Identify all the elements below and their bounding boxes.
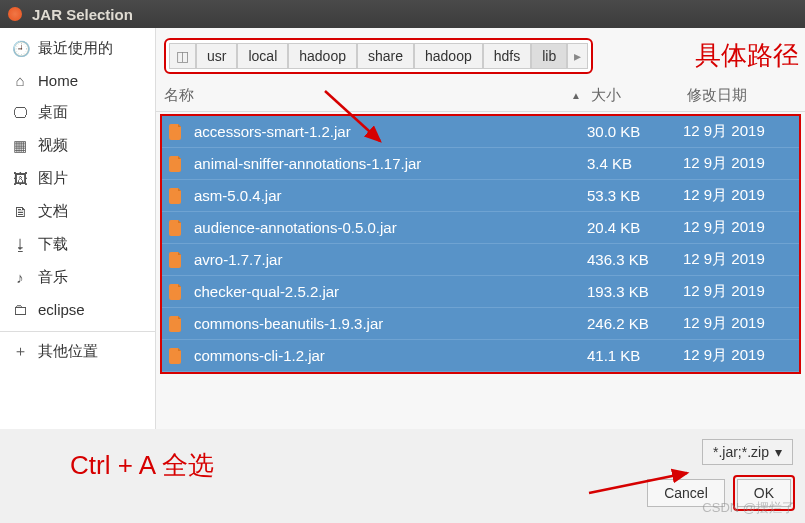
jar-file-icon <box>168 188 184 204</box>
file-date: 12 9月 2019 <box>683 314 793 333</box>
breadcrumb-segment[interactable]: usr <box>196 43 237 69</box>
table-row[interactable]: animal-sniffer-annotations-1.17.jar3.4 K… <box>162 148 799 180</box>
header-size[interactable]: 大小 <box>591 86 687 105</box>
window-title: JAR Selection <box>32 6 133 23</box>
sidebar-item-label: 文档 <box>38 202 68 221</box>
filter-dropdown[interactable]: *.jar;*.zip ▾ <box>702 439 793 465</box>
sidebar-icon: 🖼 <box>12 170 28 187</box>
sidebar-item[interactable]: ⌂Home <box>0 65 155 96</box>
breadcrumb-segment[interactable]: hdfs <box>483 43 531 69</box>
jar-file-icon <box>168 284 184 300</box>
sidebar-icon: 🖵 <box>12 104 28 121</box>
sidebar-item-label: eclipse <box>38 301 85 318</box>
file-name: checker-qual-2.5.2.jar <box>194 283 587 300</box>
jar-file-icon <box>168 348 184 364</box>
sidebar-item-label: 图片 <box>38 169 68 188</box>
svg-line-1 <box>589 473 687 493</box>
jar-file-icon <box>168 252 184 268</box>
file-date: 12 9月 2019 <box>683 122 793 141</box>
file-name: asm-5.0.4.jar <box>194 187 587 204</box>
chevron-down-icon: ▾ <box>775 444 782 460</box>
svg-line-0 <box>325 91 380 141</box>
sidebar-item-label: 视频 <box>38 136 68 155</box>
sidebar-item[interactable]: 🗎文档 <box>0 195 155 228</box>
table-row[interactable]: audience-annotations-0.5.0.jar20.4 KB12 … <box>162 212 799 244</box>
table-row[interactable]: asm-5.0.4.jar53.3 KB12 9月 2019 <box>162 180 799 212</box>
breadcrumb-segment[interactable]: hadoop <box>414 43 483 69</box>
sort-asc-icon: ▲ <box>571 90 581 101</box>
sidebar-icon: 🕘 <box>12 40 28 58</box>
sidebar-item-label: 桌面 <box>38 103 68 122</box>
sidebar-item[interactable]: 🖼图片 <box>0 162 155 195</box>
table-row[interactable]: checker-qual-2.5.2.jar193.3 KB12 9月 2019 <box>162 276 799 308</box>
annotation-arrow-icon <box>587 467 697 497</box>
sidebar: 🕘最近使用的⌂Home🖵桌面▦视频🖼图片🗎文档⭳下载♪音乐🗀eclipse＋其他… <box>0 28 156 438</box>
table-row[interactable]: avro-1.7.7.jar436.3 KB12 9月 2019 <box>162 244 799 276</box>
file-date: 12 9月 2019 <box>683 154 793 173</box>
annotation-selectall: Ctrl + A 全选 <box>70 448 214 483</box>
sidebar-icon: ⌂ <box>12 72 28 89</box>
file-date: 12 9月 2019 <box>683 250 793 269</box>
breadcrumb: ◫ usrlocalhadoopsharehadoophdfslib▸ <box>164 38 593 74</box>
file-size: 3.4 KB <box>587 155 683 172</box>
sidebar-item[interactable]: 🗀eclipse <box>0 294 155 325</box>
file-date: 12 9月 2019 <box>683 346 793 365</box>
titlebar: JAR Selection <box>0 0 805 28</box>
file-date: 12 9月 2019 <box>683 282 793 301</box>
table-row[interactable]: commons-cli-1.2.jar41.1 KB12 9月 2019 <box>162 340 799 372</box>
file-size: 20.4 KB <box>587 219 683 236</box>
breadcrumb-segment[interactable]: local <box>237 43 288 69</box>
breadcrumb-next-icon[interactable]: ▸ <box>567 43 588 69</box>
header-name-label: 名称 <box>164 86 194 105</box>
sidebar-item-label: 音乐 <box>38 268 68 287</box>
jar-file-icon <box>168 316 184 332</box>
sidebar-item-label: 下载 <box>38 235 68 254</box>
watermark: CSDN @摆烂了 <box>702 499 795 517</box>
file-size: 41.1 KB <box>587 347 683 364</box>
jar-file-icon <box>168 156 184 172</box>
filter-label: *.jar;*.zip <box>713 444 769 460</box>
file-size: 30.0 KB <box>587 123 683 140</box>
file-size: 193.3 KB <box>587 283 683 300</box>
sidebar-item-label: 其他位置 <box>38 342 98 361</box>
sidebar-item[interactable]: ♪音乐 <box>0 261 155 294</box>
file-date: 12 9月 2019 <box>683 218 793 237</box>
sidebar-icon: ▦ <box>12 137 28 155</box>
breadcrumb-root-icon[interactable]: ◫ <box>169 43 196 69</box>
table-row[interactable]: commons-beanutils-1.9.3.jar246.2 KB12 9月… <box>162 308 799 340</box>
column-headers: 名称 ▲ 大小 修改日期 <box>156 80 805 112</box>
file-list: accessors-smart-1.2.jar30.0 KB12 9月 2019… <box>160 114 801 374</box>
jar-file-icon <box>168 220 184 236</box>
file-size: 53.3 KB <box>587 187 683 204</box>
breadcrumb-segment[interactable]: share <box>357 43 414 69</box>
dialog-body: 🕘最近使用的⌂Home🖵桌面▦视频🖼图片🗎文档⭳下载♪音乐🗀eclipse＋其他… <box>0 28 805 438</box>
annotation-path: 具体路径 <box>695 38 799 73</box>
file-date: 12 9月 2019 <box>683 186 793 205</box>
file-size: 246.2 KB <box>587 315 683 332</box>
annotation-arrow-icon <box>320 86 400 156</box>
sidebar-icon: 🗀 <box>12 301 28 318</box>
sidebar-icon: ⭳ <box>12 236 28 253</box>
sidebar-item[interactable]: 🖵桌面 <box>0 96 155 129</box>
file-name: avro-1.7.7.jar <box>194 251 587 268</box>
breadcrumb-segment[interactable]: lib <box>531 43 567 69</box>
sidebar-item[interactable]: 🕘最近使用的 <box>0 32 155 65</box>
close-icon[interactable] <box>8 7 22 21</box>
sidebar-item[interactable]: ＋其他位置 <box>0 331 155 368</box>
sidebar-item-label: 最近使用的 <box>38 39 113 58</box>
sidebar-item-label: Home <box>38 72 78 89</box>
sidebar-item[interactable]: ⭳下载 <box>0 228 155 261</box>
path-row: ◫ usrlocalhadoopsharehadoophdfslib▸ 具体路径 <box>156 28 805 80</box>
sidebar-icon: 🗎 <box>12 203 28 220</box>
main-panel: ◫ usrlocalhadoopsharehadoophdfslib▸ 具体路径… <box>156 28 805 438</box>
breadcrumb-segment[interactable]: hadoop <box>288 43 357 69</box>
header-date[interactable]: 修改日期 <box>687 86 797 105</box>
file-name: commons-cli-1.2.jar <box>194 347 587 364</box>
sidebar-icon: ＋ <box>12 342 28 361</box>
jar-file-icon <box>168 124 184 140</box>
file-name: audience-annotations-0.5.0.jar <box>194 219 587 236</box>
table-row[interactable]: accessors-smart-1.2.jar30.0 KB12 9月 2019 <box>162 116 799 148</box>
sidebar-icon: ♪ <box>12 269 28 286</box>
sidebar-item[interactable]: ▦视频 <box>0 129 155 162</box>
file-size: 436.3 KB <box>587 251 683 268</box>
